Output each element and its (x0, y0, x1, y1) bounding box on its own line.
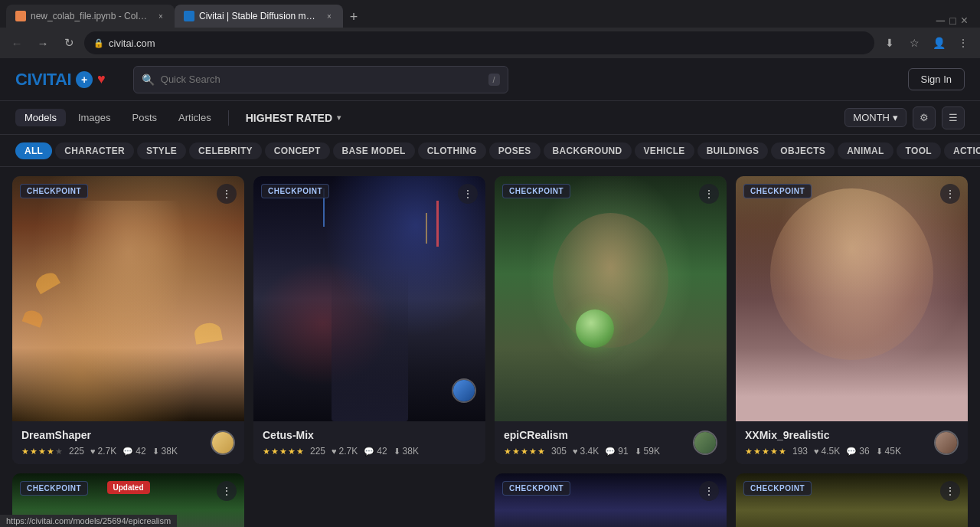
bottom-card-4[interactable]: CHECKPOINT ⋮ (736, 473, 968, 527)
category-celebrity[interactable]: CELEBRITY (189, 142, 262, 159)
star-2: ★ (753, 447, 761, 457)
model-badge-cetus-mix: CHECKPOINT (261, 184, 329, 198)
tab-favicon-2 (184, 11, 194, 21)
star-2: ★ (30, 447, 38, 457)
download-icon: ⬇ (394, 447, 400, 457)
address-text: civitai.com (109, 38, 155, 49)
star-1: ★ (745, 447, 753, 457)
close-window-button[interactable]: × (961, 14, 968, 28)
model-footer-cetus-mix: Cetus-Mix ★ ★ ★ ★ ★ 225 ♥ 2.7K 💬 42 (253, 421, 485, 464)
model-badge-epicrealism: CHECKPOINT (502, 184, 570, 198)
model-image-xxmix (736, 176, 968, 421)
category-clothing[interactable]: CLOTHING (418, 142, 486, 159)
comments-count: 42 (377, 446, 387, 457)
model-card-cetus-mix[interactable]: CHECKPOINT ⋮ Cetus-Mix ★ ★ ★ ★ ★ 225 ♥ 2… (253, 176, 485, 464)
filter-tab-posts[interactable]: Posts (123, 109, 167, 126)
likes-count: 2.7K (339, 446, 358, 457)
bookmark-button[interactable]: ☆ (903, 32, 925, 54)
category-base-model[interactable]: BASE MODEL (333, 142, 415, 159)
model-menu-xxmix[interactable]: ⋮ (940, 184, 960, 204)
star-3: ★ (38, 447, 46, 457)
category-character[interactable]: CHARACTER (55, 142, 134, 159)
tab-close-2[interactable]: × (325, 11, 334, 21)
extensions-button[interactable]: ⬇ (879, 32, 900, 54)
model-avatar-epicrealism (693, 430, 717, 455)
layout-toggle-button[interactable]: ☰ (942, 106, 965, 129)
header-search: 🔍 / (133, 66, 508, 93)
category-tool[interactable]: TOOL (897, 142, 941, 159)
category-objects[interactable]: OBJECTS (771, 142, 835, 159)
search-input[interactable] (161, 74, 482, 85)
logo-add-button[interactable]: + (76, 71, 93, 88)
filter-tab-models[interactable]: Models (15, 109, 66, 126)
comments-count: 36 (859, 446, 869, 457)
bottom-card-badge-4: CHECKPOINT (743, 481, 812, 496)
star-4: ★ (529, 447, 537, 457)
menu-button[interactable]: ⋮ (952, 32, 974, 54)
comments-stat: 💬 91 (605, 446, 628, 457)
model-title-epicrealism: epiCRealism (504, 429, 717, 441)
model-card-epicrealism[interactable]: CHECKPOINT ⋮ epiCRealism ★ ★ ★ ★ ★ 305 ♥… (495, 176, 727, 464)
logo-heart-icon[interactable]: ♥ (97, 71, 106, 87)
sign-in-button[interactable]: Sign In (908, 68, 965, 90)
maximize-button[interactable]: □ (949, 15, 956, 27)
model-menu-epicrealism[interactable]: ⋮ (699, 184, 719, 204)
likes-count: 3.4K (580, 446, 599, 457)
browser-nav: ← → ↻ 🔒 civitai.com ⬇ ☆ 👤 ⋮ (0, 28, 980, 58)
model-card-xxmix[interactable]: CHECKPOINT ⋮ XXMix_9realistic ★ ★ ★ ★ ★ … (736, 176, 968, 464)
likes-count: 2.7K (98, 446, 117, 457)
download-icon: ⬇ (635, 447, 642, 457)
category-buildings[interactable]: BUILDINGS (697, 142, 769, 159)
search-shortcut: / (488, 74, 500, 86)
filter-options-button[interactable]: ⚙ (913, 106, 936, 129)
category-all[interactable]: ALL (15, 142, 52, 159)
bottom-card-3[interactable]: CHECKPOINT ⋮ (495, 473, 727, 527)
bottom-card-menu-3[interactable]: ⋮ (699, 481, 719, 501)
tab-close-1[interactable]: × (156, 11, 165, 21)
refresh-button[interactable]: ↻ (58, 32, 80, 54)
search-icon: 🔍 (142, 74, 155, 86)
model-menu-dreamshaper[interactable]: ⋮ (217, 184, 237, 204)
avatar-img-epic (694, 432, 716, 453)
model-stats-dreamshaper: ★ ★ ★ ★ ★ 225 ♥ 2.7K 💬 42 ⬇ 38K (21, 446, 235, 457)
download-icon: ⬇ (876, 447, 883, 457)
downloads-stat: ⬇ 38K (152, 446, 178, 457)
likes-stat: ♥ 2.7K (90, 446, 116, 457)
profile-button[interactable]: 👤 (928, 32, 949, 54)
bottom-card-menu-1[interactable]: ⋮ (217, 481, 237, 501)
bottom-card-menu-4[interactable]: ⋮ (940, 481, 960, 501)
filter-tab-images[interactable]: Images (69, 109, 120, 126)
category-animal[interactable]: ANIMAL (838, 142, 893, 159)
category-style[interactable]: STYLE (137, 142, 186, 159)
period-dropdown-button[interactable]: MONTH ▾ (844, 108, 906, 127)
forward-button[interactable]: → (32, 32, 54, 54)
likes-stat: ♥ 2.7K (332, 446, 358, 457)
logo-text: CIVITAI (15, 70, 71, 90)
browser-tabs: new_colab_file.ipynb - Colabora... × Civ… (0, 0, 980, 28)
tab-label-2: Civitai | Stable Diffusion models... (199, 11, 317, 21)
star-1: ★ (504, 447, 511, 457)
rating-count: 225 (310, 446, 325, 457)
new-tab-button[interactable]: + (343, 6, 364, 28)
address-bar[interactable]: 🔒 civitai.com (84, 31, 874, 54)
category-action[interactable]: ACTION (944, 142, 980, 159)
downloads-count: 38K (162, 446, 178, 457)
model-menu-cetus-mix[interactable]: ⋮ (458, 184, 478, 204)
sort-dropdown-button[interactable]: HIGHEST RATED ▾ (237, 109, 350, 127)
minimize-button[interactable]: ─ (936, 14, 945, 28)
model-stats-xxmix: ★ ★ ★ ★ ★ 193 ♥ 4.5K 💬 36 ⬇ 45K (745, 446, 959, 457)
category-vehicle[interactable]: VEHICLE (635, 142, 694, 159)
model-title-xxmix: XXMix_9realistic (745, 429, 959, 441)
filter-tab-articles[interactable]: Articles (169, 109, 220, 126)
category-background[interactable]: BACKGROUND (544, 142, 632, 159)
star-4: ★ (288, 447, 296, 457)
browser-tab-2[interactable]: Civitai | Stable Diffusion models... × (175, 5, 343, 28)
category-poses[interactable]: POSES (489, 142, 541, 159)
browser-tab-1[interactable]: new_colab_file.ipynb - Colabora... × (6, 5, 175, 28)
back-button[interactable]: ← (6, 32, 28, 54)
model-card-dreamshaper[interactable]: CHECKPOINT ⋮ DreamShaper ★ ★ ★ ★ ★ 225 ♥… (12, 176, 244, 464)
model-avatar-xxmix (934, 430, 959, 455)
avatar-img (212, 432, 234, 453)
category-concept[interactable]: CONCEPT (265, 142, 330, 159)
avatar-img-cetus (453, 380, 475, 401)
